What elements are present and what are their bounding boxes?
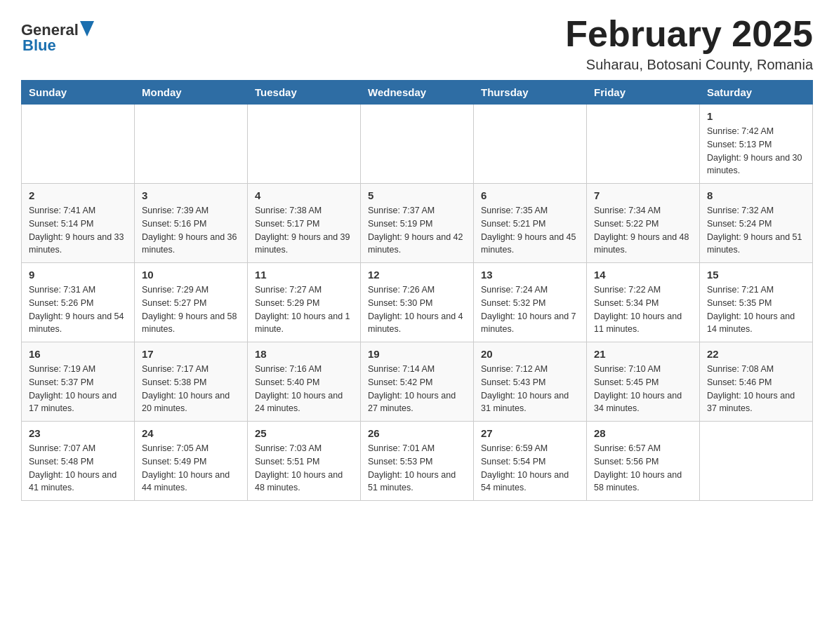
day-number: 11 bbox=[255, 269, 353, 281]
day-info: Sunrise: 7:12 AM Sunset: 5:43 PM Dayligh… bbox=[481, 363, 579, 415]
calendar-cell: 7Sunrise: 7:34 AM Sunset: 5:22 PM Daylig… bbox=[587, 184, 700, 263]
day-number: 7 bbox=[594, 189, 692, 201]
day-info: Sunrise: 7:37 AM Sunset: 5:19 PM Dayligh… bbox=[368, 204, 466, 257]
header-friday: Friday bbox=[587, 81, 700, 105]
day-number: 22 bbox=[707, 348, 805, 360]
day-info: Sunrise: 7:27 AM Sunset: 5:29 PM Dayligh… bbox=[255, 283, 353, 336]
calendar-cell bbox=[361, 105, 474, 184]
calendar-cell: 24Sunrise: 7:05 AM Sunset: 5:49 PM Dayli… bbox=[135, 422, 248, 501]
day-number: 3 bbox=[142, 189, 240, 201]
day-number: 1 bbox=[707, 110, 805, 122]
day-info: Sunrise: 7:32 AM Sunset: 5:24 PM Dayligh… bbox=[707, 204, 805, 257]
day-info: Sunrise: 7:24 AM Sunset: 5:32 PM Dayligh… bbox=[481, 283, 579, 336]
calendar-cell bbox=[135, 105, 248, 184]
day-number: 25 bbox=[255, 427, 353, 439]
day-number: 8 bbox=[707, 189, 805, 201]
day-info: Sunrise: 7:26 AM Sunset: 5:30 PM Dayligh… bbox=[368, 283, 466, 336]
header-wednesday: Wednesday bbox=[361, 81, 474, 105]
calendar-cell: 28Sunrise: 6:57 AM Sunset: 5:56 PM Dayli… bbox=[587, 422, 700, 501]
day-info: Sunrise: 7:03 AM Sunset: 5:51 PM Dayligh… bbox=[255, 442, 353, 495]
calendar-cell: 18Sunrise: 7:16 AM Sunset: 5:40 PM Dayli… bbox=[248, 342, 361, 422]
page-header: General Blue February 2025 Suharau, Boto… bbox=[21, 14, 813, 73]
header-sunday: Sunday bbox=[22, 81, 135, 105]
day-info: Sunrise: 7:31 AM Sunset: 5:26 PM Dayligh… bbox=[29, 283, 127, 336]
logo-triangle-icon bbox=[80, 21, 94, 36]
day-number: 20 bbox=[481, 348, 579, 360]
month-title: February 2025 bbox=[565, 14, 813, 54]
calendar-cell: 8Sunrise: 7:32 AM Sunset: 5:24 PM Daylig… bbox=[700, 184, 813, 263]
calendar-week-row: 2Sunrise: 7:41 AM Sunset: 5:14 PM Daylig… bbox=[22, 184, 813, 263]
day-number: 21 bbox=[594, 348, 692, 360]
calendar-cell: 4Sunrise: 7:38 AM Sunset: 5:17 PM Daylig… bbox=[248, 184, 361, 263]
day-number: 2 bbox=[29, 189, 127, 201]
logo-blue-text: Blue bbox=[22, 36, 56, 55]
day-number: 9 bbox=[29, 269, 127, 281]
day-info: Sunrise: 7:41 AM Sunset: 5:14 PM Dayligh… bbox=[29, 204, 127, 257]
calendar-cell: 26Sunrise: 7:01 AM Sunset: 5:53 PM Dayli… bbox=[361, 422, 474, 501]
day-number: 27 bbox=[481, 427, 579, 439]
calendar-week-row: 1Sunrise: 7:42 AM Sunset: 5:13 PM Daylig… bbox=[22, 105, 813, 184]
calendar-cell: 27Sunrise: 6:59 AM Sunset: 5:54 PM Dayli… bbox=[474, 422, 587, 501]
calendar-cell: 22Sunrise: 7:08 AM Sunset: 5:46 PM Dayli… bbox=[700, 342, 813, 422]
day-info: Sunrise: 7:01 AM Sunset: 5:53 PM Dayligh… bbox=[368, 442, 466, 495]
day-number: 16 bbox=[29, 348, 127, 360]
day-info: Sunrise: 7:35 AM Sunset: 5:21 PM Dayligh… bbox=[481, 204, 579, 257]
calendar-cell bbox=[587, 105, 700, 184]
day-number: 12 bbox=[368, 269, 466, 281]
calendar-cell: 12Sunrise: 7:26 AM Sunset: 5:30 PM Dayli… bbox=[361, 263, 474, 342]
day-info: Sunrise: 6:59 AM Sunset: 5:54 PM Dayligh… bbox=[481, 442, 579, 495]
calendar-cell: 3Sunrise: 7:39 AM Sunset: 5:16 PM Daylig… bbox=[135, 184, 248, 263]
day-number: 4 bbox=[255, 189, 353, 201]
day-info: Sunrise: 7:38 AM Sunset: 5:17 PM Dayligh… bbox=[255, 204, 353, 257]
day-info: Sunrise: 7:08 AM Sunset: 5:46 PM Dayligh… bbox=[707, 363, 805, 415]
calendar-cell: 17Sunrise: 7:17 AM Sunset: 5:38 PM Dayli… bbox=[135, 342, 248, 422]
calendar-cell: 13Sunrise: 7:24 AM Sunset: 5:32 PM Dayli… bbox=[474, 263, 587, 342]
calendar-cell: 9Sunrise: 7:31 AM Sunset: 5:26 PM Daylig… bbox=[22, 263, 135, 342]
day-number: 23 bbox=[29, 427, 127, 439]
day-info: Sunrise: 7:29 AM Sunset: 5:27 PM Dayligh… bbox=[142, 283, 240, 336]
calendar-cell bbox=[700, 422, 813, 501]
day-number: 6 bbox=[481, 189, 579, 201]
header-tuesday: Tuesday bbox=[248, 81, 361, 105]
day-info: Sunrise: 7:19 AM Sunset: 5:37 PM Dayligh… bbox=[29, 363, 127, 415]
location-title: Suharau, Botosani County, Romania bbox=[565, 57, 813, 73]
calendar-cell: 10Sunrise: 7:29 AM Sunset: 5:27 PM Dayli… bbox=[135, 263, 248, 342]
day-info: Sunrise: 7:16 AM Sunset: 5:40 PM Dayligh… bbox=[255, 363, 353, 415]
day-info: Sunrise: 7:21 AM Sunset: 5:35 PM Dayligh… bbox=[707, 283, 805, 336]
day-number: 14 bbox=[594, 269, 692, 281]
calendar-cell: 25Sunrise: 7:03 AM Sunset: 5:51 PM Dayli… bbox=[248, 422, 361, 501]
day-number: 5 bbox=[368, 189, 466, 201]
day-number: 15 bbox=[707, 269, 805, 281]
calendar-cell: 2Sunrise: 7:41 AM Sunset: 5:14 PM Daylig… bbox=[22, 184, 135, 263]
calendar-cell: 23Sunrise: 7:07 AM Sunset: 5:48 PM Dayli… bbox=[22, 422, 135, 501]
calendar-cell: 1Sunrise: 7:42 AM Sunset: 5:13 PM Daylig… bbox=[700, 105, 813, 184]
calendar-cell: 20Sunrise: 7:12 AM Sunset: 5:43 PM Dayli… bbox=[474, 342, 587, 422]
calendar-cell: 19Sunrise: 7:14 AM Sunset: 5:42 PM Dayli… bbox=[361, 342, 474, 422]
day-number: 28 bbox=[594, 427, 692, 439]
calendar-cell bbox=[474, 105, 587, 184]
svg-marker-0 bbox=[80, 21, 94, 36]
calendar-cell: 6Sunrise: 7:35 AM Sunset: 5:21 PM Daylig… bbox=[474, 184, 587, 263]
day-number: 19 bbox=[368, 348, 466, 360]
day-number: 13 bbox=[481, 269, 579, 281]
calendar-cell bbox=[22, 105, 135, 184]
day-number: 24 bbox=[142, 427, 240, 439]
calendar-cell: 14Sunrise: 7:22 AM Sunset: 5:34 PM Dayli… bbox=[587, 263, 700, 342]
day-number: 10 bbox=[142, 269, 240, 281]
calendar-week-row: 16Sunrise: 7:19 AM Sunset: 5:37 PM Dayli… bbox=[22, 342, 813, 422]
day-info: Sunrise: 7:14 AM Sunset: 5:42 PM Dayligh… bbox=[368, 363, 466, 415]
day-info: Sunrise: 7:10 AM Sunset: 5:45 PM Dayligh… bbox=[594, 363, 692, 415]
day-info: Sunrise: 7:34 AM Sunset: 5:22 PM Dayligh… bbox=[594, 204, 692, 257]
calendar-cell bbox=[248, 105, 361, 184]
header-thursday: Thursday bbox=[474, 81, 587, 105]
calendar-week-row: 9Sunrise: 7:31 AM Sunset: 5:26 PM Daylig… bbox=[22, 263, 813, 342]
day-info: Sunrise: 7:05 AM Sunset: 5:49 PM Dayligh… bbox=[142, 442, 240, 495]
calendar-header-row: SundayMondayTuesdayWednesdayThursdayFrid… bbox=[22, 81, 813, 105]
day-number: 17 bbox=[142, 348, 240, 360]
calendar-cell: 21Sunrise: 7:10 AM Sunset: 5:45 PM Dayli… bbox=[587, 342, 700, 422]
header-monday: Monday bbox=[135, 81, 248, 105]
day-info: Sunrise: 7:42 AM Sunset: 5:13 PM Dayligh… bbox=[707, 125, 805, 177]
logo: General Blue bbox=[21, 21, 94, 55]
day-info: Sunrise: 6:57 AM Sunset: 5:56 PM Dayligh… bbox=[594, 442, 692, 495]
calendar-cell: 15Sunrise: 7:21 AM Sunset: 5:35 PM Dayli… bbox=[700, 263, 813, 342]
